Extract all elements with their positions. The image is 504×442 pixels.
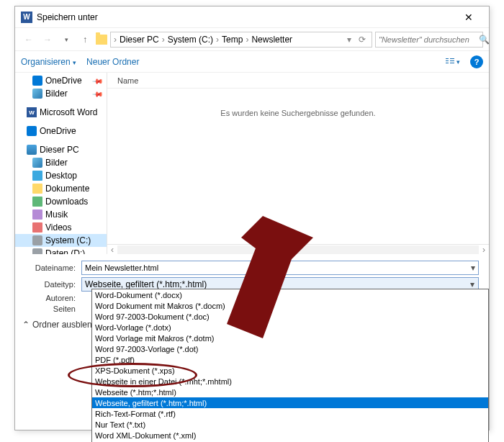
tree-label: Daten (D:) xyxy=(45,248,85,254)
search-box[interactable]: 🔍 xyxy=(375,32,483,48)
tree-dokumente[interactable]: Dokumente xyxy=(15,182,107,195)
authors-label: Autoren: xyxy=(25,294,81,302)
chevron-right-icon: › xyxy=(162,35,165,45)
tree-label: OneDrive xyxy=(40,126,76,136)
filetype-option[interactable]: Webseite in einer Datei (*.mht;*.mhtml) xyxy=(92,376,488,387)
filetype-value: Webseite, gefiltert (*.htm;*.html) xyxy=(85,279,207,289)
filetype-option[interactable]: Webseite, gefiltert (*.htm;*.html) xyxy=(92,397,488,408)
filetype-option[interactable]: Word Dokument mit Makros (*.docm) xyxy=(92,300,488,311)
tree-daten-d[interactable]: Daten (D:) xyxy=(15,247,107,254)
hide-folders-toggle[interactable]: ⌃ Ordner ausblende xyxy=(22,320,102,330)
filetype-option[interactable]: Word Vorlage mit Makros (*.dotm) xyxy=(92,333,488,343)
pages-label: Seiten xyxy=(25,305,81,313)
toolbar: Organisieren ▾ Neuer Ordner ▾ ? xyxy=(15,51,489,73)
forward-button[interactable]: → xyxy=(40,32,55,48)
breadcrumb-dropdown-icon[interactable]: ▾ xyxy=(344,35,354,45)
tree-label: OneDrive xyxy=(45,76,82,86)
tree-bilder2[interactable]: Bilder xyxy=(15,156,107,169)
tree-label: Dieser PC xyxy=(40,145,79,155)
filetype-option[interactable]: PDF (*.pdf) xyxy=(92,354,488,365)
filetype-option[interactable]: Webseite (*.htm;*.html) xyxy=(92,387,488,397)
tree-label: Desktop xyxy=(45,171,77,181)
word-icon: W xyxy=(27,107,37,117)
filetype-option[interactable]: Word XML-Dokument (*.xml) xyxy=(92,430,488,441)
tree-label: Bilder xyxy=(45,158,68,168)
scroll-right-icon[interactable]: › xyxy=(479,245,489,255)
videos-icon xyxy=(32,222,42,233)
chevron-right-icon: › xyxy=(246,35,248,45)
close-button[interactable]: ✕ xyxy=(454,12,483,23)
tree-label: Videos xyxy=(45,222,71,233)
svg-rect-0 xyxy=(446,58,449,59)
filename-label: Dateiname: xyxy=(25,263,81,272)
organize-button[interactable]: Organisieren ▾ xyxy=(21,57,76,67)
filetype-option[interactable]: Word 97-2003-Vorlage (*.dot) xyxy=(92,343,488,354)
documents-icon xyxy=(32,184,42,194)
filename-input[interactable] xyxy=(81,261,479,275)
new-folder-button[interactable]: Neuer Ordner xyxy=(86,57,139,67)
tree-label: Downloads xyxy=(45,197,88,207)
help-button[interactable]: ? xyxy=(470,55,483,68)
search-input[interactable] xyxy=(379,35,479,44)
filetype-option[interactable]: Rich-Text-Format (*.rtf) xyxy=(92,408,488,419)
search-icon[interactable]: 🔍 xyxy=(479,35,490,45)
tree-bilder[interactable]: Bilder📌 xyxy=(15,87,107,100)
desktop-icon xyxy=(32,171,42,181)
filetype-option[interactable]: XPS-Dokument (*.xps) xyxy=(92,365,488,376)
chevron-up-icon: ⌃ xyxy=(22,320,30,330)
back-button[interactable]: ← xyxy=(21,32,37,48)
folder-icon xyxy=(96,35,107,45)
recent-dropdown-icon[interactable]: ▾ xyxy=(58,32,74,48)
filetype-option[interactable]: Word-Dokument (*.docx) xyxy=(92,289,488,300)
refresh-icon[interactable]: ⟳ xyxy=(356,35,369,45)
navigation-bar: ← → ▾ ↑ › Dieser PC › System (C:) › Temp… xyxy=(15,28,489,51)
svg-rect-2 xyxy=(446,63,449,63)
svg-rect-3 xyxy=(450,58,454,59)
window-title: Speichern unter xyxy=(37,12,454,22)
disk-icon xyxy=(32,248,42,254)
filetype-option[interactable]: Word 97-2003-Dokument (*.doc) xyxy=(92,311,488,322)
scroll-track[interactable] xyxy=(117,245,479,254)
dialog-body: OneDrive📌 Bilder📌 WMicrosoft Word OneDri… xyxy=(15,73,489,254)
title-bar: W Speichern unter ✕ xyxy=(15,6,489,28)
svg-rect-4 xyxy=(450,60,454,61)
tree-this-pc[interactable]: Dieser PC xyxy=(15,143,107,156)
word-app-icon: W xyxy=(21,12,32,23)
pin-icon: 📌 xyxy=(92,75,104,86)
breadcrumb[interactable]: › Dieser PC › System (C:) › Temp › Newsl… xyxy=(110,32,372,48)
horizontal-scrollbar[interactable]: ‹ › xyxy=(107,244,489,254)
tree-system-c[interactable]: System (C:) xyxy=(15,234,107,247)
tree-videos[interactable]: Videos xyxy=(15,221,107,234)
pictures-icon xyxy=(32,89,42,99)
pin-icon: 📌 xyxy=(92,88,104,99)
tree-label: Bilder xyxy=(45,89,68,99)
filename-dropdown-icon[interactable]: ▾ xyxy=(468,261,478,274)
tree-label: Dokumente xyxy=(45,184,89,194)
filetype-option[interactable]: Nur Text (*.txt) xyxy=(92,419,488,430)
folder-tree[interactable]: OneDrive📌 Bilder📌 WMicrosoft Word OneDri… xyxy=(15,73,107,254)
empty-results-text: Es wurden keine Suchergebnisse gefunden. xyxy=(107,109,489,117)
disk-icon xyxy=(32,235,42,245)
crumb-newsletter[interactable]: Newsletter xyxy=(250,35,294,45)
tree-onedrive[interactable]: OneDrive📌 xyxy=(15,74,107,87)
tree-label: Musik xyxy=(45,209,68,220)
tree-msword[interactable]: WMicrosoft Word xyxy=(15,106,107,119)
filetype-option[interactable]: Word-Vorlage (*.dotx) xyxy=(92,322,488,333)
svg-rect-5 xyxy=(450,63,454,63)
up-button[interactable]: ↑ xyxy=(77,32,93,48)
tree-label: Microsoft Word xyxy=(40,107,97,117)
tree-desktop[interactable]: Desktop xyxy=(15,169,107,182)
filetype-dropdown-list[interactable]: Word-Dokument (*.docx)Word Dokument mit … xyxy=(91,289,489,442)
scroll-left-icon[interactable]: ‹ xyxy=(107,245,117,255)
tree-onedrive2[interactable]: OneDrive xyxy=(15,125,107,137)
crumb-temp[interactable]: Temp xyxy=(220,35,244,45)
column-header-name[interactable]: Name xyxy=(107,73,489,89)
tree-musik[interactable]: Musik xyxy=(15,208,107,221)
crumb-drive[interactable]: System (C:) xyxy=(166,35,215,45)
view-options-button[interactable]: ▾ xyxy=(445,57,460,67)
svg-rect-1 xyxy=(446,60,449,61)
save-as-dialog: W Speichern unter ✕ ← → ▾ ↑ › Dieser PC … xyxy=(14,6,490,430)
tree-downloads[interactable]: Downloads xyxy=(15,195,107,208)
crumb-pc[interactable]: Dieser PC xyxy=(118,35,161,45)
pictures-icon xyxy=(32,158,42,168)
